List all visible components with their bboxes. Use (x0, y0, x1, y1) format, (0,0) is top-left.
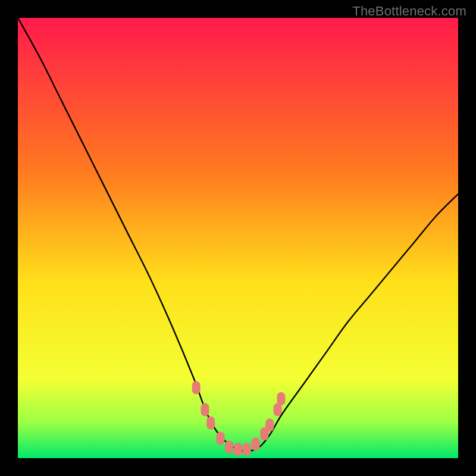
marker (216, 432, 224, 445)
marker (192, 381, 201, 394)
plot-svg (18, 18, 458, 458)
marker (265, 419, 274, 432)
plot-area (18, 18, 458, 458)
marker (201, 403, 209, 416)
marker (243, 443, 251, 456)
marker (252, 437, 260, 450)
attribution-text: TheBottleneck.com (352, 4, 466, 19)
marker (225, 441, 233, 454)
gradient-background (18, 18, 458, 458)
chart-frame: TheBottleneck.com (0, 0, 476, 476)
marker (277, 392, 286, 405)
marker (206, 416, 215, 430)
marker (234, 443, 242, 456)
